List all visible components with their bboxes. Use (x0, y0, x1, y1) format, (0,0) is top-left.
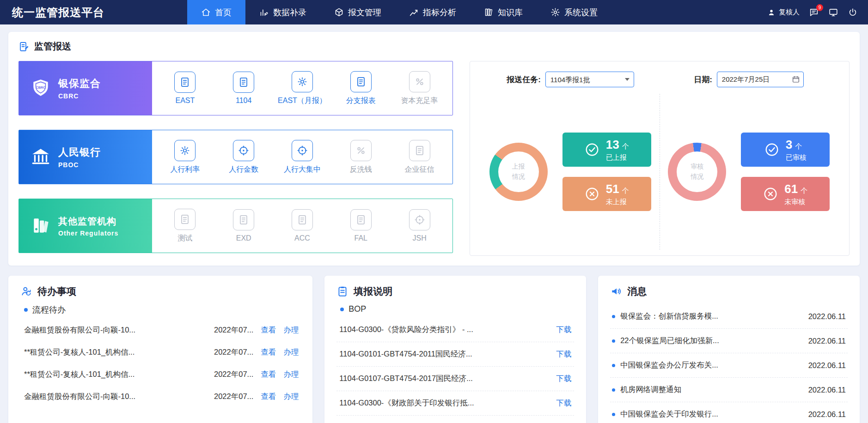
instruction-row: 1104-G0300-《贷款风险分类指引》 - ... 下载 (336, 318, 574, 342)
audited-stat-box: 3个 已审核 (741, 133, 830, 167)
message-row[interactable]: 银保监会：创新信贷服务模... 2022.06.11 (610, 304, 848, 329)
todo-row: **租赁公司-复核人-101_机构信... 2022年07... 查看 办理 (20, 341, 300, 363)
cbrc-banner: CBRC 银保监合 CBRC (19, 61, 152, 115)
message-count-badge: 9 (816, 4, 823, 11)
percent-icon (409, 71, 430, 92)
report-entry-pboc-centralized[interactable]: 人行大集中 (276, 140, 328, 175)
instruction-row: 1104-G0107-GBT4754-2017国民经济... 下载 (336, 367, 574, 391)
upload-donut-label: 上报 情况 (498, 151, 539, 192)
upload-donut-chart: 上报 情况 (489, 143, 548, 201)
bullet-dot (612, 339, 615, 343)
clipboard-icon (336, 285, 348, 297)
message-row[interactable]: 机房网络调整通知 2022.06.11 (610, 378, 848, 402)
message-row[interactable]: 中国银保监会关于印发银行... 2022.06.11 (610, 402, 848, 423)
view-link[interactable]: 查看 (261, 392, 276, 402)
shield-logo-icon: CBRC (30, 78, 51, 99)
message-row[interactable]: 中国银保监会办公厅发布关... 2022.06.11 (610, 353, 848, 378)
main-nav: 首页 数据补录 报文管理 指标分析 知识库 系统设置 (187, 0, 611, 24)
unaudited-stat-box: 61个 未审核 (741, 177, 830, 211)
svg-text:CBRC: CBRC (36, 85, 46, 90)
check-circle-icon (585, 142, 599, 157)
handle-link[interactable]: 办理 (283, 325, 299, 335)
download-link[interactable]: 下载 (556, 374, 571, 384)
view-link[interactable]: 查看 (261, 325, 276, 335)
doc-pencil-icon (18, 41, 30, 52)
logout-button[interactable] (848, 7, 858, 18)
instructions-section: BOP (340, 304, 574, 314)
handle-link[interactable]: 办理 (283, 369, 299, 380)
report-stats-panel: 报送任务: 1104季报1批 日期: (470, 61, 850, 256)
handle-link[interactable]: 办理 (283, 392, 299, 402)
doc-icon (292, 209, 313, 230)
date-input[interactable] (717, 72, 804, 87)
messages-card: 消息 银保监会：创新信贷服务模... 2022.06.11 22个银保监局已细化… (598, 276, 860, 423)
messages-button[interactable]: 9 (809, 7, 819, 18)
report-entry-east[interactable]: EAST (159, 72, 211, 105)
audit-donut-chart: 审核 情况 (668, 143, 726, 201)
bullet-dot (612, 388, 615, 392)
nav-item-report-management[interactable]: 报文管理 (320, 0, 395, 24)
doc-icon (174, 209, 196, 230)
task-select[interactable]: 1104季报1批 (545, 72, 634, 87)
other-regulators-banner: 其他监管机构 Other Regulators (19, 199, 152, 253)
instructions-title: 填报说明 (354, 285, 392, 298)
gear-icon (174, 140, 196, 161)
bullet-dot (612, 413, 615, 416)
percent-icon (350, 140, 372, 161)
report-entry-east-monthly[interactable]: EAST（月报） (276, 71, 328, 106)
power-icon (848, 7, 858, 18)
report-entry-pboc-rate[interactable]: 人行利率 (159, 140, 211, 175)
report-entry-branch-report[interactable]: 分支报表 (335, 71, 387, 106)
todo-card: 待办事项 流程待办 金融租赁股份有限公司-向颖-10... 2022年07...… (8, 276, 312, 423)
report-entry-1104[interactable]: 1104 (218, 72, 269, 105)
pboc-banner: 人民银行 PBOC (19, 130, 152, 184)
check-circle-icon (764, 142, 779, 157)
message-row[interactable]: 22个银保监局已细化加强新... 2022.06.11 (610, 329, 848, 353)
panel-title: 监管报送 (34, 40, 71, 53)
view-link[interactable]: 查看 (261, 369, 276, 380)
nav-item-data-supplement[interactable]: 数据补录 (245, 0, 320, 24)
report-entry-fal: FAL (335, 209, 387, 242)
report-entry-anti-money-laundering: 反洗钱 (335, 140, 387, 175)
user-menu[interactable]: 复核人 (767, 8, 800, 17)
nav-item-knowledge-base[interactable]: 知识库 (470, 0, 537, 24)
todo-row: 金融租赁股份有限公司-向颖-10... 2022年07... 查看 办理 (20, 319, 300, 341)
report-entry-jsh: JSH (394, 209, 446, 242)
home-icon (201, 7, 211, 17)
regulator-row-cbrc: CBRC 银保监合 CBRC EAST (18, 61, 453, 115)
bullet-dot (612, 364, 615, 367)
person-flow-icon (20, 285, 32, 297)
handle-link[interactable]: 办理 (283, 347, 299, 357)
speaker-icon (610, 285, 622, 297)
regulator-row-other: 其他监管机构 Other Regulators 测试 EXD (18, 199, 453, 253)
upload-stats: 上报 情况 13个 已上报 (481, 94, 660, 250)
regulator-list: CBRC 银保监合 CBRC EAST (18, 61, 453, 256)
bullet-dot (24, 308, 28, 312)
report-entry-pboc-goldnum[interactable]: 人行金数 (218, 140, 269, 175)
x-circle-icon (763, 187, 778, 201)
target-icon (409, 209, 430, 230)
messages-title: 消息 (627, 285, 647, 298)
doc-icon (233, 72, 254, 93)
main-content: 监管报送 CBRC 银保监合 CBRC (0, 24, 868, 423)
shield-doc-icon (350, 71, 372, 92)
instruction-row: 1104-G0300-《财政部关于印发银行抵... 下载 (336, 391, 574, 416)
report-entry-exd: EXD (218, 209, 269, 242)
view-link[interactable]: 查看 (261, 347, 276, 357)
workbench-button[interactable] (828, 7, 838, 18)
nav-item-home[interactable]: 首页 (187, 0, 245, 24)
calendar-icon (792, 75, 800, 84)
download-link[interactable]: 下载 (556, 349, 571, 359)
date-input-wrap (717, 72, 804, 87)
gear-icon (550, 7, 560, 17)
nav-item-indicator-analysis[interactable]: 指标分析 (395, 0, 470, 24)
top-navbar: 统一监管报送平台 首页 数据补录 报文管理 指标分析 知识库 系统设置 (0, 0, 868, 24)
task-select-wrap: 1104季报1批 (545, 72, 634, 87)
todo-title: 待办事项 (37, 285, 76, 298)
archive-logo-icon (30, 215, 51, 236)
download-link[interactable]: 下载 (556, 325, 571, 335)
books-icon (484, 7, 494, 17)
bank-logo-icon (30, 146, 51, 168)
nav-item-system-settings[interactable]: 系统设置 (537, 0, 611, 24)
download-link[interactable]: 下载 (556, 398, 571, 408)
